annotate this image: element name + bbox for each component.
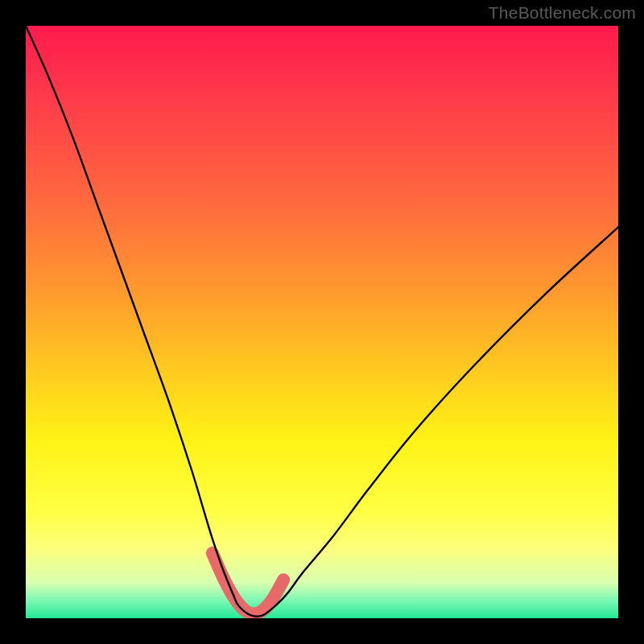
bottleneck-curve [26,26,618,617]
watermark-text: TheBottleneck.com [489,3,636,23]
chart-frame: TheBottleneck.com [0,0,644,644]
curve-svg [26,26,618,618]
trough-highlight [213,553,283,614]
plot-area [26,26,618,618]
